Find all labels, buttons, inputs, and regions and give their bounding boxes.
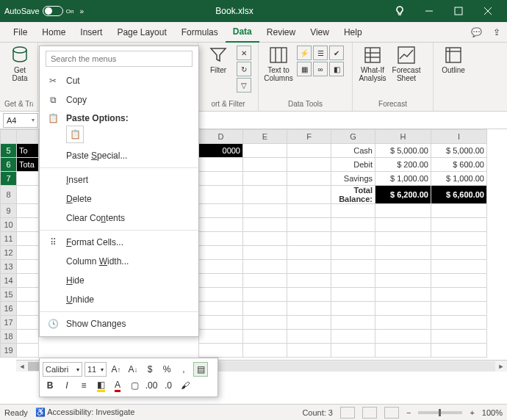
zoom-slider[interactable] — [418, 411, 462, 414]
fill-color-icon[interactable]: ◧ — [93, 378, 108, 393]
col-I[interactable]: I — [431, 130, 487, 144]
autosave-toggle[interactable]: AutoSave On — [4, 6, 73, 16]
border-icon[interactable]: ▢ — [127, 378, 142, 393]
status-count: Count: 3 — [302, 408, 333, 417]
decrease-font-icon[interactable]: A↓ — [126, 362, 140, 377]
col-E[interactable]: E — [243, 130, 287, 144]
zoom-out-icon[interactable]: − — [406, 408, 411, 417]
comma-format-icon[interactable]: , — [176, 362, 191, 377]
font-combo[interactable]: Calibri▾ — [43, 362, 82, 377]
zoom-in-icon[interactable]: + — [470, 408, 474, 417]
advanced-filter-icon[interactable]: ▽ — [237, 78, 251, 93]
tab-page-layout[interactable]: Page Layout — [109, 22, 173, 43]
menu-search-input[interactable] — [46, 51, 193, 67]
merge-center-icon[interactable]: ▤ — [193, 362, 208, 377]
menu-show-changes[interactable]: 🕓Show Changes — [40, 314, 198, 333]
menu-format-cells[interactable]: ⠿Format Cells... — [40, 233, 198, 252]
menu-cut[interactable]: ✂Cut — [40, 71, 198, 90]
titlebar: AutoSave On » Book.xlsx — [0, 0, 507, 22]
menu-paste-options-heading: 📋Paste Options: — [40, 109, 198, 124]
maximize-button[interactable] — [444, 0, 473, 22]
svg-rect-13 — [446, 48, 461, 62]
data-validation-icon[interactable]: ✔ — [329, 46, 344, 60]
lightbulb-icon[interactable] — [385, 0, 414, 22]
scroll-left-icon[interactable]: ◄ — [16, 363, 28, 370]
get-data-button[interactable]: Get Data — [4, 46, 35, 82]
tab-review[interactable]: Review — [259, 22, 303, 43]
forecast-sheet-button[interactable]: Forecast Sheet — [391, 46, 422, 82]
zoom-level[interactable]: 100% — [482, 408, 503, 417]
tab-view[interactable]: View — [303, 22, 337, 43]
menu-clear-contents[interactable]: Clear Contents — [40, 209, 198, 228]
status-ready: Ready — [4, 408, 28, 417]
percent-format-icon[interactable]: % — [159, 362, 174, 377]
window-title: Book.xlsx — [84, 6, 385, 16]
mini-toolbar: Calibri▾ 11▾ A↑ A↓ $ % , ▤ B I ≡ ◧ A ▢ .… — [39, 358, 218, 397]
align-icon[interactable]: ≡ — [76, 378, 91, 393]
font-color-icon[interactable]: A — [110, 378, 125, 393]
database-icon — [10, 46, 29, 65]
consolidate-icon[interactable]: ▦ — [297, 62, 312, 76]
share-icon[interactable]: ⇪ — [486, 27, 507, 37]
format-icon: ⠿ — [47, 236, 59, 248]
row-19[interactable]: 19 — [1, 344, 487, 358]
bold-icon[interactable]: B — [43, 378, 57, 393]
svg-rect-1 — [455, 7, 462, 15]
ribbon-tabs: File Home Insert Page Layout Formulas Da… — [0, 22, 507, 43]
increase-decimal-icon[interactable]: .00 — [144, 378, 159, 393]
decrease-decimal-icon[interactable]: .0 — [161, 378, 176, 393]
tab-formulas[interactable]: Formulas — [174, 22, 226, 43]
autosave-label: AutoSave — [4, 7, 40, 15]
menu-copy[interactable]: ⧉Copy — [40, 90, 198, 109]
tab-home[interactable]: Home — [35, 22, 73, 43]
clipboard-icon: 📋 — [47, 112, 59, 124]
status-bar: Ready ♿ Accessibility: Investigate Count… — [0, 404, 507, 420]
toggle-icon — [43, 6, 63, 16]
view-pagebreak-icon[interactable] — [384, 407, 399, 419]
col-G[interactable]: G — [331, 130, 375, 144]
menu-insert[interactable]: Insert — [40, 170, 198, 189]
view-normal-icon[interactable] — [340, 407, 355, 419]
menu-unhide[interactable]: Unhide — [40, 290, 198, 309]
minimize-button[interactable] — [414, 0, 444, 22]
accounting-format-icon[interactable]: $ — [143, 362, 157, 377]
clear-filter-icon[interactable]: ✕ — [237, 46, 251, 60]
col-partial[interactable] — [17, 130, 39, 144]
status-accessibility[interactable]: ♿ Accessibility: Investigate — [35, 408, 135, 417]
outline-button[interactable]: Outline — [438, 46, 469, 74]
select-all-corner[interactable] — [1, 130, 17, 144]
data-model-icon[interactable]: ◧ — [329, 62, 344, 76]
format-painter-icon[interactable]: 🖌 — [178, 378, 193, 393]
filter-button[interactable]: Filter — [203, 46, 234, 74]
italic-icon[interactable]: I — [60, 378, 74, 393]
reapply-icon[interactable]: ↻ — [237, 62, 251, 76]
relationships-icon[interactable]: ∞ — [313, 62, 328, 76]
whatif-button[interactable]: What-If Analysis — [357, 46, 388, 82]
flashfill-icon[interactable]: ⚡ — [297, 46, 312, 60]
scroll-right-icon[interactable]: ► — [495, 363, 507, 370]
name-box[interactable]: A4▾ — [3, 113, 38, 128]
menu-column-width[interactable]: Column Width... — [40, 252, 198, 271]
tab-data[interactable]: Data — [226, 22, 259, 43]
col-D[interactable]: D — [199, 130, 243, 144]
tab-insert[interactable]: Insert — [73, 22, 109, 43]
tab-help[interactable]: Help — [337, 22, 370, 43]
increase-font-icon[interactable]: A↑ — [109, 362, 123, 377]
view-pagelayout-icon[interactable] — [362, 407, 377, 419]
paste-button[interactable]: 📋 — [66, 126, 84, 143]
menu-paste-special[interactable]: Paste Special... — [40, 146, 198, 165]
scissors-icon: ✂ — [47, 75, 59, 87]
tab-file[interactable]: File — [6, 22, 35, 43]
size-combo[interactable]: 11▾ — [84, 362, 107, 377]
close-button[interactable] — [473, 0, 503, 22]
text-to-columns-button[interactable]: Text to Columns — [263, 46, 294, 82]
menu-hide[interactable]: Hide — [40, 271, 198, 290]
comments-icon[interactable]: 💬 — [466, 27, 486, 37]
remove-dup-icon[interactable]: ☰ — [313, 46, 328, 60]
whatif-icon — [363, 46, 382, 65]
col-H[interactable]: H — [375, 130, 431, 144]
menu-delete[interactable]: Delete — [40, 189, 198, 209]
menu-search[interactable] — [46, 51, 193, 67]
col-F[interactable]: F — [287, 130, 331, 144]
funnel-icon — [209, 46, 228, 65]
